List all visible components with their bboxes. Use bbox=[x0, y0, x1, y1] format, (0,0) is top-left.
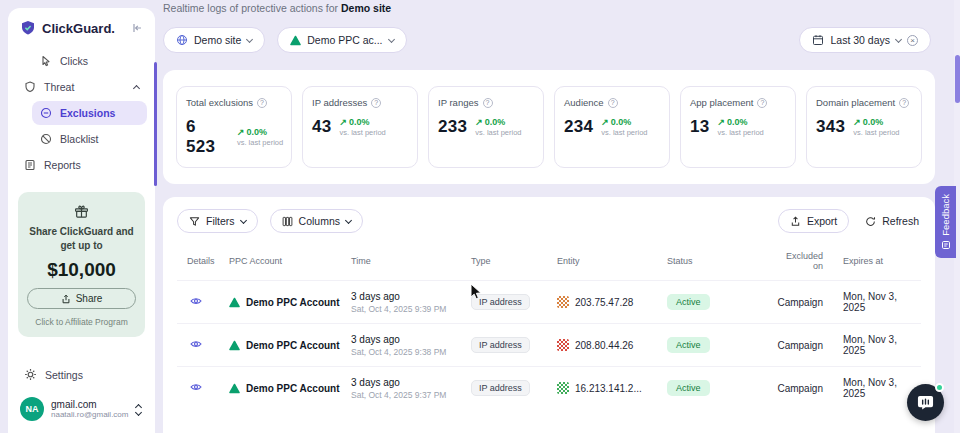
sidebar-item-exclusions[interactable]: Exclusions bbox=[32, 101, 147, 125]
sidebar: ClickGuard. Clicks Threat Exclusions Bla… bbox=[8, 8, 155, 433]
entity-value: 208.80.44.26 bbox=[575, 340, 633, 351]
info-icon[interactable] bbox=[757, 98, 767, 108]
stat-value: 43 bbox=[312, 117, 332, 137]
sidebar-item-clicks[interactable]: Clicks bbox=[32, 49, 147, 73]
gift-icon bbox=[74, 204, 89, 219]
entity-value: 16.213.141.2... bbox=[575, 383, 642, 394]
time-exact: Sat, Oct 4, 2025 9:37 PM bbox=[351, 390, 465, 400]
table-row[interactable]: Demo PPC Account 3 days agoSat, Oct 4, 2… bbox=[177, 280, 921, 323]
stat-label: Audience bbox=[564, 97, 604, 108]
exclusions-icon bbox=[40, 107, 52, 119]
info-icon[interactable] bbox=[371, 98, 381, 108]
affiliate-promo-card: Share ClickGuard and get up to $10,000 S… bbox=[18, 192, 145, 337]
promo-text: Share ClickGuard and get up to bbox=[27, 225, 136, 252]
export-icon bbox=[790, 216, 801, 227]
table-row[interactable]: Demo PPC Account 3 days agoSat, Oct 4, 2… bbox=[177, 323, 921, 366]
globe-icon bbox=[176, 34, 188, 46]
chevron-down-icon bbox=[388, 35, 395, 42]
ppc-account-name: Demo PPC Account bbox=[246, 340, 340, 351]
info-icon[interactable] bbox=[608, 98, 618, 108]
brand-name: ClickGuard. bbox=[42, 21, 125, 36]
column-header: PPC Account bbox=[229, 256, 351, 266]
status-badge: Active bbox=[667, 380, 710, 396]
date-range-value: Last 30 days bbox=[830, 34, 890, 46]
eye-icon[interactable] bbox=[187, 336, 205, 352]
excluded-on-value: Campaign bbox=[767, 383, 829, 394]
info-icon[interactable] bbox=[899, 98, 909, 108]
ppc-account-name: Demo PPC Account bbox=[246, 383, 340, 394]
sidebar-item-threat[interactable]: Threat bbox=[16, 75, 147, 99]
entity-identicon-icon bbox=[557, 382, 569, 394]
stat-label: IP ranges bbox=[438, 97, 479, 108]
type-badge: IP address bbox=[471, 337, 530, 353]
stat-value: 233 bbox=[438, 117, 467, 137]
account-filter-pill[interactable]: Demo PPC ac... bbox=[277, 27, 406, 53]
feedback-tab[interactable]: Feedback bbox=[935, 186, 956, 258]
stat-compare: vs. last period bbox=[475, 128, 521, 137]
ppc-account-icon bbox=[229, 383, 240, 394]
stat-label: App placement bbox=[690, 97, 753, 108]
chevron-down-icon bbox=[246, 35, 253, 42]
date-range-pill[interactable]: Last 30 days × bbox=[799, 27, 931, 53]
ppc-account-icon bbox=[229, 297, 240, 308]
collapse-sidebar-icon[interactable] bbox=[131, 22, 143, 34]
sidebar-item-reports[interactable]: Reports bbox=[16, 153, 147, 177]
promo-amount: $10,000 bbox=[27, 259, 136, 281]
export-button[interactable]: Export bbox=[778, 209, 849, 233]
trend-up-icon bbox=[340, 117, 348, 128]
user-menu[interactable]: NA gmail.com naatali.ro@gmail.com bbox=[16, 389, 147, 423]
chevron-down-icon bbox=[240, 216, 247, 223]
refresh-button[interactable]: Refresh bbox=[863, 210, 921, 232]
column-header: Entity bbox=[557, 256, 667, 266]
share-button[interactable]: Share bbox=[27, 288, 136, 309]
stat-trend: 0.0% bbox=[611, 117, 632, 128]
filters-button-label: Filters bbox=[206, 215, 235, 227]
filter-bar: Demo site Demo PPC ac... Last 30 days × bbox=[163, 27, 935, 53]
stat-trend: 0.0% bbox=[246, 127, 267, 138]
eye-icon[interactable] bbox=[187, 293, 205, 309]
stat-value: 234 bbox=[564, 117, 593, 137]
trend-up-icon bbox=[718, 117, 726, 128]
info-icon[interactable] bbox=[257, 98, 267, 108]
sidebar-item-label: Clicks bbox=[60, 55, 139, 67]
sidebar-item-settings[interactable]: Settings bbox=[16, 360, 147, 389]
clear-date-icon[interactable]: × bbox=[907, 35, 918, 46]
stat-card-domain-placement: Domain placement 343 0.0%vs. last period bbox=[806, 86, 922, 168]
share-button-label: Share bbox=[76, 293, 103, 304]
settings-label: Settings bbox=[45, 369, 83, 381]
ppc-account-icon bbox=[229, 340, 240, 351]
chevron-up-icon bbox=[133, 84, 140, 91]
time-relative: 3 days ago bbox=[351, 377, 465, 388]
chevron-down-icon bbox=[345, 216, 352, 223]
time-relative: 3 days ago bbox=[351, 334, 465, 345]
sidebar-item-blacklist[interactable]: Blacklist bbox=[32, 127, 147, 151]
clicks-icon bbox=[40, 55, 52, 67]
stat-trend: 0.0% bbox=[863, 117, 884, 128]
page-scrollbar-thumb[interactable] bbox=[955, 55, 960, 103]
chat-launcher-button[interactable] bbox=[907, 384, 944, 421]
stat-card-ip-addresses: IP addresses 43 0.0%vs. last period bbox=[302, 86, 418, 168]
stat-compare: vs. last period bbox=[718, 128, 764, 137]
site-filter-pill[interactable]: Demo site bbox=[163, 27, 265, 53]
expires-at-value: Mon, Nov 3, 2025 bbox=[829, 291, 921, 313]
chevron-down-icon bbox=[895, 35, 902, 42]
sidebar-item-label: Exclusions bbox=[60, 107, 139, 119]
columns-button[interactable]: Columns bbox=[270, 209, 363, 233]
filters-button[interactable]: Filters bbox=[177, 209, 258, 233]
table-row[interactable]: Demo PPC Account 3 days agoSat, Oct 4, 2… bbox=[177, 366, 921, 409]
chat-icon bbox=[917, 394, 934, 411]
stat-card-audience: Audience 234 0.0%vs. last period bbox=[554, 86, 670, 168]
columns-button-label: Columns bbox=[299, 215, 340, 227]
stat-value: 6 523 bbox=[186, 117, 229, 157]
status-badge: Active bbox=[667, 294, 710, 310]
info-icon[interactable] bbox=[483, 98, 493, 108]
affiliate-link[interactable]: Click to Affiliate Program bbox=[27, 317, 136, 327]
logs-table-panel: Filters Columns Export Refresh Deta bbox=[163, 197, 935, 433]
table-toolbar: Filters Columns Export Refresh bbox=[177, 209, 921, 233]
time-relative: 3 days ago bbox=[351, 291, 465, 302]
sidebar-item-label: Reports bbox=[44, 159, 139, 171]
stat-card-total-exclusions: Total exclusions 6 523 0.0%vs. last peri… bbox=[176, 86, 292, 168]
sidebar-scrollbar[interactable] bbox=[154, 62, 157, 186]
column-header: Status bbox=[667, 256, 767, 266]
eye-icon[interactable] bbox=[187, 379, 205, 395]
